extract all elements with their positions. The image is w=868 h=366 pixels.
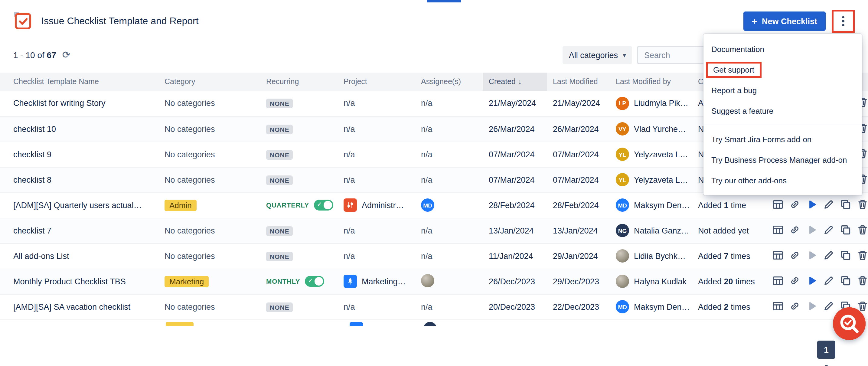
run-now-icon[interactable] bbox=[806, 300, 817, 312]
checklist-search-fab[interactable] bbox=[833, 307, 866, 340]
partial-next-row bbox=[0, 320, 868, 326]
modified-date: 22/Dec/2023 bbox=[547, 294, 610, 319]
chevron-down-icon: ▾ bbox=[623, 51, 626, 59]
copy-link-icon[interactable] bbox=[789, 275, 800, 286]
table-row: All add-ons List No categoriesNONEn/an/a… bbox=[0, 243, 868, 269]
column-header-last-modified[interactable]: Last Modified bbox=[547, 72, 610, 91]
duplicate-icon[interactable] bbox=[840, 275, 851, 286]
template-name-link[interactable]: checklist 7 bbox=[13, 226, 52, 235]
run-now-icon[interactable] bbox=[806, 275, 817, 286]
duplicate-icon[interactable] bbox=[840, 249, 851, 261]
assignee-text: n/a bbox=[421, 226, 433, 235]
project-text: n/a bbox=[344, 302, 355, 311]
open-grid-report-icon[interactable] bbox=[772, 249, 783, 261]
column-header-recurring[interactable]: Recurring bbox=[260, 72, 338, 91]
modified-by-name: Maksym Den… bbox=[634, 201, 690, 210]
modified-by-name: Natalia Ganz… bbox=[634, 226, 689, 235]
page-header: Issue Checklist Template and Report + Ne… bbox=[0, 0, 868, 39]
edit-icon[interactable] bbox=[823, 224, 834, 236]
created-date: 21/May/2024 bbox=[483, 91, 547, 116]
template-name-link[interactable]: Monthly Product Checklist TBS bbox=[13, 277, 126, 286]
run-now-icon[interactable] bbox=[806, 224, 817, 236]
open-grid-report-icon[interactable] bbox=[772, 224, 783, 236]
template-name-link[interactable]: [ADM][SA] Quarterly users actual… bbox=[13, 201, 142, 210]
modified-by-avatar: MD bbox=[616, 199, 629, 212]
open-grid-report-icon[interactable] bbox=[772, 275, 783, 286]
created-date: 07/Mar/2024 bbox=[483, 142, 547, 167]
category-text: No categories bbox=[164, 99, 215, 108]
annotation-box-get-support: Get support bbox=[706, 61, 762, 78]
column-header-category[interactable]: Category bbox=[158, 72, 260, 91]
delete-icon[interactable] bbox=[857, 199, 868, 210]
open-grid-report-icon[interactable] bbox=[772, 199, 783, 210]
project-text: n/a bbox=[344, 150, 355, 159]
created-date: 26/Dec/2023 bbox=[483, 269, 547, 294]
menu-item-try-smart-jira-forms-add-on[interactable]: Try Smart Jira Forms add-on bbox=[704, 129, 862, 149]
menu-divider bbox=[704, 125, 862, 125]
template-name-link[interactable]: checklist 8 bbox=[13, 175, 52, 184]
template-name-link[interactable]: checklist 10 bbox=[13, 124, 56, 133]
result-count: 1 - 10 of 67 ⟳ bbox=[13, 50, 70, 60]
edit-icon[interactable] bbox=[823, 300, 834, 312]
duplicate-icon[interactable] bbox=[840, 199, 851, 210]
column-header-project[interactable]: Project bbox=[338, 72, 415, 91]
edit-icon[interactable] bbox=[823, 199, 834, 210]
rocket-project-icon bbox=[344, 275, 357, 288]
menu-item-get-support[interactable]: Get support bbox=[704, 59, 862, 80]
column-header-checklist-template-name[interactable]: Checklist Template Name bbox=[0, 72, 158, 91]
menu-item-try-our-other-add-ons[interactable]: Try our other add-ons bbox=[704, 170, 862, 190]
magnifier-icon bbox=[833, 307, 866, 340]
edit-icon[interactable] bbox=[823, 275, 834, 286]
modified-by-avatar: LP bbox=[616, 97, 629, 110]
recurring-none-badge: NONE bbox=[266, 226, 293, 236]
category-badge bbox=[166, 322, 193, 326]
page-button-1[interactable]: 1 bbox=[817, 340, 835, 359]
more-options-kebab-button[interactable] bbox=[834, 12, 852, 30]
active-tab-indicator bbox=[427, 0, 461, 2]
copy-link-icon[interactable] bbox=[789, 199, 800, 210]
modified-by-name: Halyna Kudlak bbox=[634, 277, 686, 286]
modified-by-name: Liudmyla Pik… bbox=[634, 99, 688, 108]
table-row: Monthly Product Checklist TBS MarketingM… bbox=[0, 269, 868, 294]
recurring-toggle[interactable]: ✓ bbox=[314, 200, 333, 211]
project-name: Marketing… bbox=[362, 277, 406, 286]
category-text: No categories bbox=[164, 251, 215, 261]
column-header-assignee-s[interactable]: Assignee(s) bbox=[415, 72, 483, 91]
new-checklist-button[interactable]: + New Checklist bbox=[743, 11, 826, 31]
category-text: No categories bbox=[164, 175, 215, 184]
project-text: n/a bbox=[344, 226, 355, 235]
template-name-link[interactable]: Checklist for writing Story bbox=[13, 99, 105, 108]
recurring-toggle[interactable]: ✓ bbox=[305, 276, 324, 287]
copy-link-icon[interactable] bbox=[789, 249, 800, 261]
duplicate-icon[interactable] bbox=[840, 224, 851, 236]
copy-link-icon[interactable] bbox=[789, 224, 800, 236]
recurring-none-badge: NONE bbox=[266, 175, 293, 185]
modified-date: 29/Dec/2023 bbox=[547, 269, 610, 294]
template-name-link[interactable]: checklist 9 bbox=[13, 150, 52, 159]
category-filter-select[interactable]: All categories ▾ bbox=[563, 46, 632, 64]
menu-item-report-a-bug[interactable]: Report a bug bbox=[704, 80, 862, 100]
modified-by-name: Yelyzaveta L… bbox=[634, 175, 688, 184]
run-now-icon[interactable] bbox=[806, 249, 817, 261]
menu-item-documentation[interactable]: Documentation bbox=[704, 39, 862, 59]
column-header-created[interactable]: Created↓ bbox=[483, 72, 547, 91]
copy-link-icon[interactable] bbox=[789, 300, 800, 312]
checklist-added-status: Added 1 time bbox=[698, 201, 746, 210]
refresh-icon[interactable]: ⟳ bbox=[62, 50, 70, 60]
template-name-link[interactable]: [AMD][SA] SA vacation checklist bbox=[13, 302, 130, 311]
delete-icon[interactable] bbox=[857, 275, 868, 286]
edit-icon[interactable] bbox=[823, 249, 834, 261]
column-header-last-modified-by[interactable]: Last Modified by bbox=[610, 72, 692, 91]
menu-item-try-business-process-manager-add-on[interactable]: Try Business Process Manager add-on bbox=[704, 149, 862, 170]
delete-icon[interactable] bbox=[857, 249, 868, 261]
page-button-2[interactable]: 2 bbox=[817, 359, 835, 366]
delete-icon[interactable] bbox=[857, 224, 868, 236]
created-date: 26/Mar/2024 bbox=[483, 116, 547, 142]
checklist-added-status: Added 2 times bbox=[698, 302, 750, 311]
category-text: No categories bbox=[164, 150, 215, 159]
open-grid-report-icon[interactable] bbox=[772, 300, 783, 312]
menu-item-suggest-a-feature[interactable]: Suggest a feature bbox=[704, 100, 862, 121]
modified-by-photo-avatar bbox=[616, 275, 629, 288]
run-now-icon[interactable] bbox=[806, 199, 817, 210]
template-name-link[interactable]: All add-ons List bbox=[13, 251, 69, 261]
